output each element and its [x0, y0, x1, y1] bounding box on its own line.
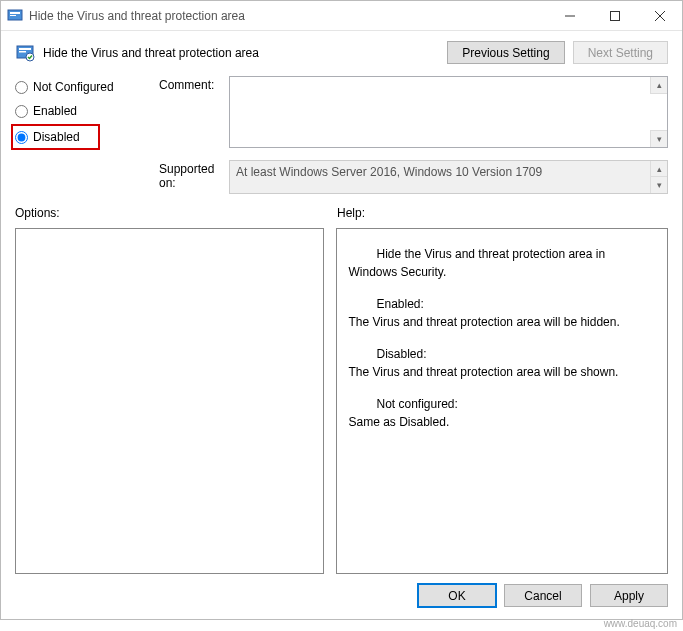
radio-enabled-input[interactable] — [15, 105, 28, 118]
help-p3b: The Virus and threat protection area wil… — [349, 365, 619, 379]
radio-disabled-label: Disabled — [33, 130, 80, 144]
comment-label: Comment: — [159, 76, 229, 92]
help-p1: Hide the Virus and threat protection are… — [349, 245, 656, 281]
footer-buttons: OK Cancel Apply — [1, 574, 682, 619]
options-pane[interactable] — [15, 228, 324, 574]
help-p2: Enabled: The Virus and threat protection… — [349, 295, 656, 331]
svg-rect-2 — [10, 15, 16, 16]
radio-not-configured-input[interactable] — [15, 81, 28, 94]
radio-disabled[interactable]: Disabled — [15, 130, 80, 144]
radio-enabled[interactable]: Enabled — [15, 104, 145, 118]
scroll-down-icon: ▾ — [650, 176, 667, 193]
window-title: Hide the Virus and threat protection are… — [29, 9, 547, 23]
comment-textarea[interactable]: ▴ ▾ — [229, 76, 668, 148]
svg-rect-1 — [10, 12, 20, 14]
minimize-button[interactable] — [547, 1, 592, 30]
titlebar: Hide the Virus and threat protection are… — [1, 1, 682, 31]
help-p2a: Enabled: — [377, 295, 656, 313]
app-icon — [7, 8, 23, 24]
comment-block: Comment: ▴ ▾ Supported on: At least Wind… — [159, 76, 668, 194]
svg-rect-9 — [19, 51, 26, 53]
apply-button[interactable]: Apply — [590, 584, 668, 607]
config-row: Not Configured Enabled Disabled Comment:… — [1, 70, 682, 194]
supported-on-text: At least Windows Server 2016, Windows 10… — [236, 165, 542, 179]
gpedit-dialog-window: Hide the Virus and threat protection are… — [0, 0, 683, 620]
radio-disabled-input[interactable] — [15, 131, 28, 144]
radio-not-configured-label: Not Configured — [33, 80, 114, 94]
help-p4a: Not configured: — [377, 395, 656, 413]
header-row: Hide the Virus and threat protection are… — [1, 31, 682, 70]
svg-rect-4 — [610, 11, 619, 20]
maximize-button[interactable] — [592, 1, 637, 30]
ok-button[interactable]: OK — [418, 584, 496, 607]
radio-disabled-highlight: Disabled — [11, 124, 100, 150]
panes-row: Hide the Virus and threat protection are… — [1, 224, 682, 574]
help-label: Help: — [337, 206, 668, 220]
watermark: www.deuaq.com — [604, 618, 677, 629]
cancel-button[interactable]: Cancel — [504, 584, 582, 607]
help-pane[interactable]: Hide the Virus and threat protection are… — [336, 228, 669, 574]
radio-enabled-label: Enabled — [33, 104, 77, 118]
policy-icon — [15, 43, 35, 63]
options-label: Options: — [15, 206, 337, 220]
supported-on-value: At least Windows Server 2016, Windows 10… — [229, 160, 668, 194]
scroll-up-icon[interactable]: ▴ — [650, 77, 667, 94]
help-p3a: Disabled: — [377, 345, 656, 363]
pane-labels: Options: Help: — [1, 194, 682, 224]
help-p2b: The Virus and threat protection area wil… — [349, 315, 620, 329]
state-radios: Not Configured Enabled Disabled — [15, 76, 145, 194]
previous-setting-button[interactable]: Previous Setting — [447, 41, 564, 64]
help-p4b: Same as Disabled. — [349, 415, 450, 429]
next-setting-button: Next Setting — [573, 41, 668, 64]
close-button[interactable] — [637, 1, 682, 30]
supported-on-label: Supported on: — [159, 160, 229, 190]
svg-rect-8 — [19, 48, 31, 50]
radio-not-configured[interactable]: Not Configured — [15, 80, 145, 94]
help-p4: Not configured: Same as Disabled. — [349, 395, 656, 431]
scroll-down-icon[interactable]: ▾ — [650, 130, 667, 147]
policy-title: Hide the Virus and threat protection are… — [43, 46, 439, 60]
help-p3: Disabled: The Virus and threat protectio… — [349, 345, 656, 381]
